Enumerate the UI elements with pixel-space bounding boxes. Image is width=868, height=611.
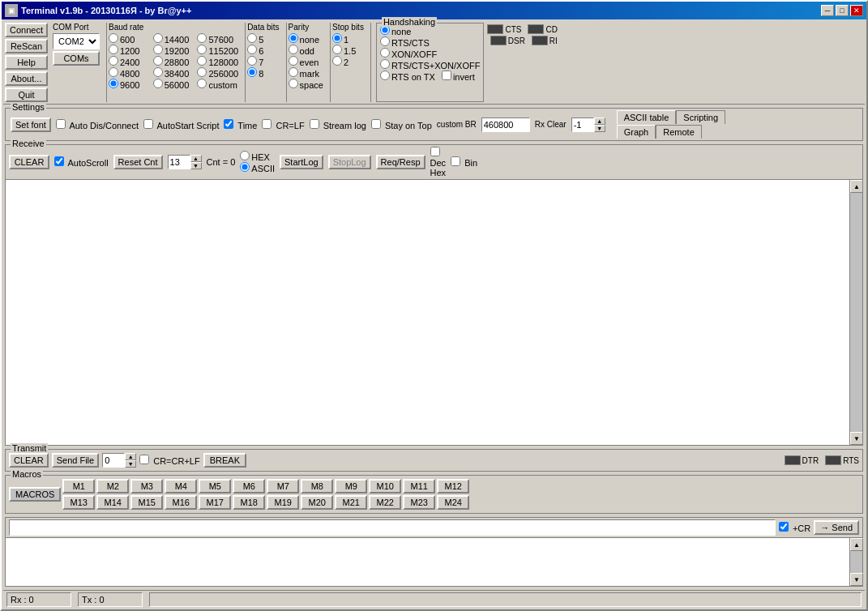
scroll-track[interactable] bbox=[850, 193, 862, 432]
counter-down[interactable]: ▼ bbox=[125, 460, 136, 468]
reset-cnt-button[interactable]: Reset Cnt bbox=[113, 155, 163, 169]
m24-button[interactable]: M24 bbox=[437, 495, 469, 510]
input-scroll-track[interactable] bbox=[850, 551, 862, 573]
tab-ascii-table[interactable]: ASCII table bbox=[617, 110, 677, 124]
com-port-select[interactable]: COM2 COM1 COM3 COM4 bbox=[53, 33, 100, 49]
tab-graph[interactable]: Graph bbox=[617, 125, 656, 139]
connect-button[interactable]: Connect bbox=[5, 23, 48, 37]
cr-check[interactable]: +CR bbox=[779, 522, 810, 533]
m7-button[interactable]: M7 bbox=[267, 479, 299, 494]
db-8[interactable]: 8 bbox=[247, 67, 279, 79]
baud-38400[interactable]: 38400 bbox=[153, 67, 195, 79]
receive-clear-button[interactable]: CLEAR bbox=[9, 155, 49, 169]
m4-button[interactable]: M4 bbox=[165, 479, 197, 494]
parity-space[interactable]: space bbox=[289, 79, 323, 90]
coms-button[interactable]: COMs bbox=[53, 51, 100, 66]
tab-scripting[interactable]: Scripting bbox=[676, 110, 725, 124]
baud-28800[interactable]: 28800 bbox=[153, 56, 195, 67]
close-button[interactable]: ✕ bbox=[850, 5, 863, 16]
rescan-button[interactable]: ReScan bbox=[5, 39, 48, 53]
scroll-up-arrow[interactable]: ▲ bbox=[850, 180, 862, 193]
main-text-input[interactable] bbox=[9, 519, 776, 536]
baud-256000[interactable]: 256000 bbox=[197, 67, 238, 79]
req-resp-button[interactable]: Req/Resp bbox=[376, 155, 425, 169]
counter-up[interactable]: ▲ bbox=[125, 453, 136, 460]
m11-button[interactable]: M11 bbox=[403, 479, 435, 494]
stop-log-button[interactable]: StopLog bbox=[328, 155, 371, 169]
baud-600[interactable]: 600 bbox=[109, 33, 150, 45]
m16-button[interactable]: M16 bbox=[165, 495, 197, 510]
baud-1200[interactable]: 1200 bbox=[109, 45, 150, 56]
baud-2400[interactable]: 2400 bbox=[109, 56, 150, 67]
m17-button[interactable]: M17 bbox=[199, 495, 231, 510]
quit-button[interactable]: Quit bbox=[5, 88, 48, 102]
m8-button[interactable]: M8 bbox=[301, 479, 333, 494]
cr-cr-lf-check[interactable]: CR=CR+LF bbox=[139, 455, 200, 466]
m9-button[interactable]: M9 bbox=[335, 479, 367, 494]
baud-custom[interactable]: custom bbox=[197, 79, 238, 90]
baud-115200[interactable]: 115200 bbox=[197, 45, 238, 56]
hs-xon[interactable]: XON/XOFF bbox=[380, 48, 481, 59]
m1-button[interactable]: M1 bbox=[62, 479, 95, 494]
m2-button[interactable]: M2 bbox=[96, 479, 129, 494]
baud-9600[interactable]: 9600 bbox=[109, 79, 150, 90]
autoscroll-check[interactable]: AutoScroll bbox=[54, 156, 109, 168]
m23-button[interactable]: M23 bbox=[403, 495, 435, 510]
m12-button[interactable]: M12 bbox=[437, 479, 469, 494]
time-check[interactable]: Time bbox=[224, 119, 257, 130]
parity-mark[interactable]: mark bbox=[289, 67, 323, 79]
custom-br-input[interactable] bbox=[481, 118, 530, 132]
sb-15[interactable]: 1.5 bbox=[332, 45, 364, 56]
sb-1[interactable]: 1 bbox=[332, 33, 364, 45]
lines-input[interactable] bbox=[168, 155, 190, 169]
macros-button[interactable]: MACROS bbox=[9, 487, 61, 502]
rx-clear-up[interactable]: ▲ bbox=[594, 118, 605, 125]
auto-dis-connect-check[interactable]: Auto Dis/Connect bbox=[56, 119, 139, 130]
m15-button[interactable]: M15 bbox=[130, 495, 163, 510]
m10-button[interactable]: M10 bbox=[369, 479, 401, 494]
baud-57600[interactable]: 57600 bbox=[197, 33, 238, 45]
maximize-button[interactable]: □ bbox=[836, 5, 849, 16]
baud-56000[interactable]: 56000 bbox=[153, 79, 195, 90]
m22-button[interactable]: M22 bbox=[369, 495, 401, 510]
stay-on-top-check[interactable]: Stay on Top bbox=[371, 119, 432, 130]
m14-button[interactable]: M14 bbox=[96, 495, 129, 510]
set-font-button[interactable]: Set font bbox=[11, 118, 51, 132]
transmit-clear-button[interactable]: CLEAR bbox=[9, 453, 49, 468]
db-7[interactable]: 7 bbox=[247, 56, 279, 67]
hs-none[interactable]: none bbox=[380, 25, 481, 36]
bin-check[interactable]: Bin bbox=[451, 156, 477, 168]
db-5[interactable]: 5 bbox=[247, 33, 279, 45]
m20-button[interactable]: M20 bbox=[301, 495, 333, 510]
m3-button[interactable]: M3 bbox=[130, 479, 163, 494]
start-log-button[interactable]: StartLog bbox=[280, 155, 323, 169]
rx-clear-input[interactable] bbox=[571, 118, 594, 132]
tab-remote[interactable]: Remote bbox=[656, 125, 702, 139]
minimize-button[interactable]: ─ bbox=[821, 5, 834, 16]
hs-rtson[interactable]: RTS on TX bbox=[380, 70, 435, 82]
autostart-script-check[interactable]: AutoStart Script bbox=[143, 119, 220, 130]
hex-radio[interactable]: HEX bbox=[240, 151, 275, 162]
baud-14400[interactable]: 14400 bbox=[153, 33, 195, 45]
hs-invert[interactable]: invert bbox=[442, 70, 475, 82]
parity-odd[interactable]: odd bbox=[289, 45, 323, 56]
scroll-down-arrow[interactable]: ▼ bbox=[850, 432, 862, 445]
m6-button[interactable]: M6 bbox=[233, 479, 265, 494]
cr-lf-check[interactable]: CR=LF bbox=[262, 119, 304, 130]
ascii-radio[interactable]: ASCII bbox=[240, 162, 275, 173]
baud-128000[interactable]: 128000 bbox=[197, 56, 238, 67]
about-button[interactable]: About... bbox=[5, 71, 48, 86]
input-scroll-up[interactable]: ▲ bbox=[850, 538, 863, 551]
rx-clear-down[interactable]: ▼ bbox=[594, 125, 605, 132]
lines-up[interactable]: ▲ bbox=[190, 155, 202, 162]
m21-button[interactable]: M21 bbox=[335, 495, 367, 510]
hs-both[interactable]: RTS/CTS+XON/XOFF bbox=[380, 59, 481, 70]
send-button[interactable]: → Send bbox=[814, 520, 859, 535]
lines-down[interactable]: ▼ bbox=[190, 162, 202, 169]
baud-4800[interactable]: 4800 bbox=[109, 67, 150, 79]
help-button[interactable]: Help bbox=[5, 55, 48, 70]
db-6[interactable]: 6 bbox=[247, 45, 279, 56]
transmit-counter-input[interactable] bbox=[102, 453, 125, 468]
sb-2[interactable]: 2 bbox=[332, 56, 364, 67]
m13-button[interactable]: M13 bbox=[62, 495, 95, 510]
